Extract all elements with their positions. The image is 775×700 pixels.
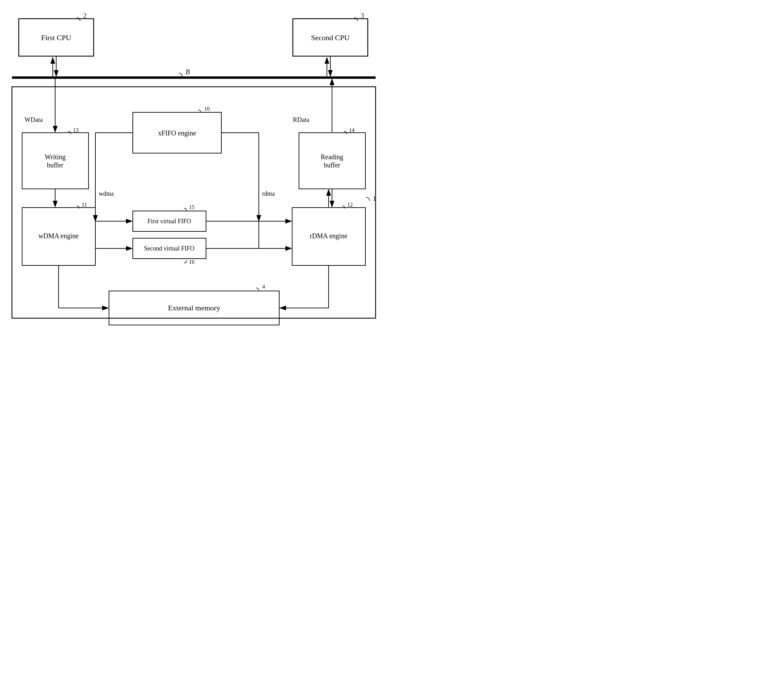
ref-13: 13 bbox=[73, 127, 79, 133]
writing-buffer-label-1: Writing bbox=[45, 153, 65, 161]
external-memory-label: External memory bbox=[168, 304, 220, 312]
rdata-label: RData bbox=[293, 116, 309, 123]
ref-14: 14 bbox=[349, 127, 354, 133]
rdma-engine-label: rDMA engine bbox=[310, 232, 348, 240]
ref-16: 16 bbox=[189, 259, 195, 265]
xfifo-engine-label: xFIFO engine bbox=[158, 129, 196, 137]
reading-buffer-label-2: buffer bbox=[324, 161, 341, 169]
rdma-label: rdma bbox=[262, 190, 275, 197]
second-virtual-fifo-label: Second virtual FIFO bbox=[144, 245, 195, 252]
writing-buffer-box bbox=[22, 133, 88, 189]
writing-buffer-label-2: buffer bbox=[47, 161, 64, 169]
ref-4: 4 bbox=[262, 284, 265, 290]
ref-11: 11 bbox=[82, 202, 87, 207]
ref-2: 2 bbox=[83, 12, 86, 19]
reading-buffer-box bbox=[299, 133, 365, 189]
ref-1: 1 bbox=[373, 195, 376, 202]
wdma-label: wdma bbox=[99, 190, 114, 197]
ref-15: 15 bbox=[189, 204, 195, 210]
ref-3: 3 bbox=[361, 12, 364, 19]
first-virtual-fifo-label: First virtual FIFO bbox=[148, 218, 191, 225]
bus-label: B bbox=[186, 68, 190, 76]
second-cpu-label: Second CPU bbox=[311, 33, 349, 42]
ref-10: 10 bbox=[204, 106, 210, 112]
wdata-label: WData bbox=[25, 116, 43, 123]
ref-12: 12 bbox=[347, 202, 353, 207]
main-system-box bbox=[12, 87, 376, 318]
reading-buffer-label-1: Reading bbox=[321, 153, 344, 161]
first-cpu-label: First CPU bbox=[41, 33, 72, 42]
wdma-engine-label: wDMA engine bbox=[38, 232, 79, 240]
